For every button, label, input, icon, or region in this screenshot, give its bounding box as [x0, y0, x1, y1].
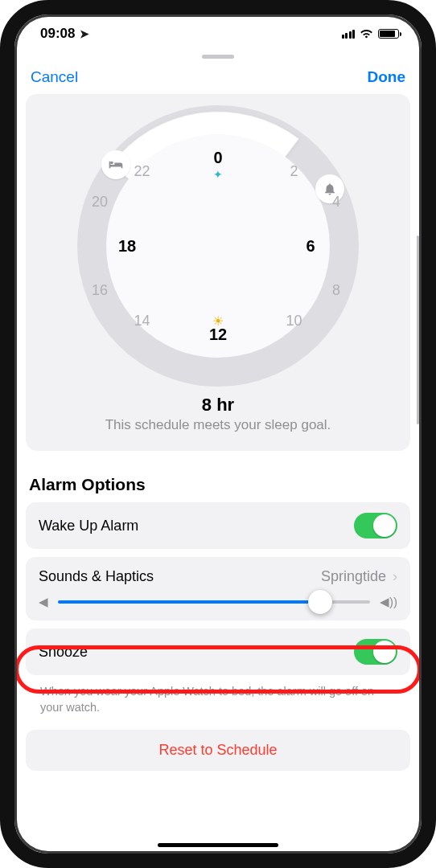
hour-20: 20	[92, 194, 108, 211]
sleep-duration: 8 hr	[37, 395, 399, 416]
hour-18: 18	[118, 237, 136, 256]
section-title: Alarm Options	[26, 475, 410, 502]
wake-up-alarm-toggle[interactable]	[354, 513, 397, 538]
cancel-button[interactable]: Cancel	[31, 68, 78, 86]
sheet-header: Cancel Done	[14, 62, 422, 94]
cellular-icon	[342, 30, 356, 39]
wake-up-alarm-label: Wake Up Alarm	[39, 518, 138, 534]
hour-8: 8	[332, 282, 340, 299]
sounds-haptics-label: Sounds & Haptics	[39, 568, 154, 585]
battery-icon	[378, 29, 399, 39]
wake-up-alarm-row[interactable]: Wake Up Alarm	[26, 502, 410, 549]
bed-icon	[108, 159, 124, 170]
hour-0: 0	[213, 149, 222, 167]
snooze-toggle[interactable]	[354, 639, 397, 665]
sleep-clock-card: ✦ ☀ 0 2 4 6 8 10 12 14 16 18 20 22 8 hr …	[26, 94, 410, 451]
sounds-haptics-value: Springtide	[321, 568, 386, 585]
volume-slider-knob[interactable]	[308, 590, 332, 614]
stars-icon: ✦	[213, 168, 223, 181]
hour-16: 16	[92, 282, 108, 299]
done-button[interactable]: Done	[368, 68, 406, 86]
wifi-icon	[360, 29, 373, 39]
location-icon: ➤	[80, 27, 89, 40]
hour-4: 4	[332, 194, 340, 211]
hour-10: 10	[286, 313, 302, 330]
snooze-row[interactable]: Snooze	[26, 628, 410, 675]
volume-slider-row: ◀ ◀))	[39, 595, 397, 609]
status-time: 09:08	[40, 26, 75, 42]
hour-2: 2	[290, 163, 298, 180]
sounds-row: Sounds & Haptics Springtide › ◀ ◀))	[26, 557, 410, 620]
volume-slider[interactable]	[58, 600, 370, 604]
scroll-indicator[interactable]	[417, 235, 419, 424]
volume-slider-fill	[58, 600, 320, 604]
hour-6: 6	[306, 237, 315, 256]
hour-12: 12	[209, 326, 227, 344]
volume-low-icon: ◀	[39, 595, 48, 609]
bedtime-handle[interactable]	[101, 150, 130, 179]
volume-high-icon: ◀))	[380, 595, 397, 609]
snooze-label: Snooze	[39, 644, 88, 661]
home-indicator[interactable]	[158, 843, 278, 847]
footer-note: When you wear your Apple Watch to bed, t…	[26, 683, 410, 715]
sleep-dial[interactable]: ✦ ☀ 0 2 4 6 8 10 12 14 16 18 20 22	[77, 105, 359, 387]
sheet-grabber[interactable]	[202, 55, 234, 59]
alarm-options-section: Alarm Options Wake Up Alarm Sounds & Hap…	[14, 475, 422, 771]
sounds-haptics-link[interactable]: Sounds & Haptics Springtide ›	[39, 568, 397, 585]
status-bar: 09:08 ➤	[14, 14, 422, 50]
chevron-right-icon: ›	[393, 568, 397, 585]
reset-to-schedule-button[interactable]: Reset to Schedule	[26, 730, 410, 771]
hour-22: 22	[134, 163, 150, 180]
hour-14: 14	[134, 313, 150, 330]
sleep-goal-status: This schedule meets your sleep goal.	[37, 417, 399, 433]
